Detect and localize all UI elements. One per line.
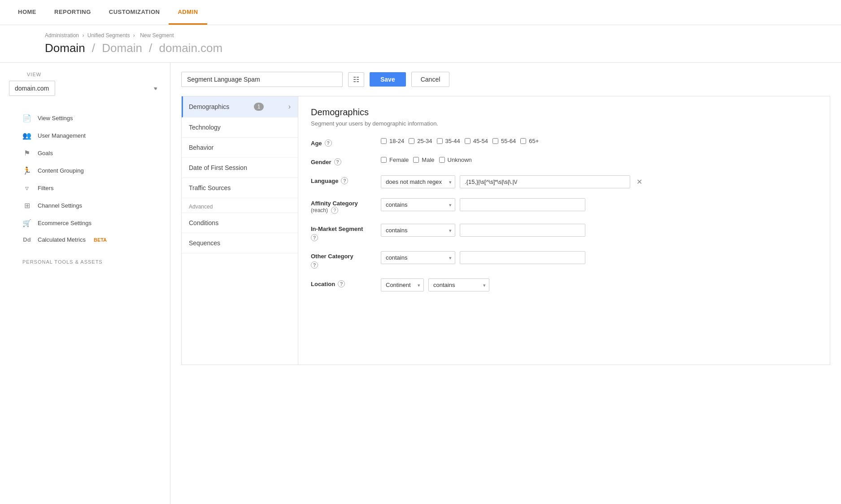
category-date-of-first-session[interactable]: Date of First Session bbox=[182, 158, 298, 178]
other-category-value-input[interactable] bbox=[460, 251, 585, 264]
sidebar-item-channel-settings[interactable]: ⊞ Channel Settings bbox=[0, 197, 170, 214]
age-65plus-checkbox-group[interactable]: 65+ bbox=[520, 138, 539, 144]
location-row: Location ? Continent Country Region City bbox=[311, 278, 817, 291]
breadcrumb-sep2: › bbox=[133, 32, 136, 39]
nav-reporting[interactable]: REPORTING bbox=[45, 0, 100, 25]
age-35-44-checkbox-group[interactable]: 35-44 bbox=[437, 138, 460, 144]
other-category-row: Other Category ? contains does not conta… bbox=[311, 251, 817, 269]
category-traffic-sources[interactable]: Traffic Sources bbox=[182, 178, 298, 198]
category-label: Traffic Sources bbox=[189, 184, 231, 191]
category-sequences[interactable]: Sequences bbox=[182, 233, 298, 253]
language-clear-button[interactable]: ✕ bbox=[635, 178, 644, 186]
affinity-label: Affinity Category (reach) ? bbox=[311, 198, 374, 214]
affinity-help-icon[interactable]: ? bbox=[331, 207, 338, 214]
page-title: Domain / Domain / domain.com bbox=[45, 41, 830, 62]
age-35-44-checkbox[interactable] bbox=[437, 138, 443, 144]
age-help-icon[interactable]: ? bbox=[325, 139, 332, 147]
gender-controls: Female Male Unknown bbox=[381, 156, 472, 163]
save-button[interactable]: Save bbox=[370, 72, 406, 87]
inmarket-help-icon[interactable]: ? bbox=[311, 234, 318, 241]
calculated-metrics-icon: Dd bbox=[22, 236, 31, 243]
sidebar-item-label: Filters bbox=[38, 185, 53, 191]
other-category-controls: contains does not contain matches regex … bbox=[381, 251, 585, 264]
age-55-64-checkbox[interactable] bbox=[492, 138, 498, 144]
sidebar-item-label: Calculated Metrics bbox=[38, 236, 86, 243]
breadcrumb-unified-segments[interactable]: Unified Segments bbox=[87, 32, 130, 39]
age-18-24-checkbox-group[interactable]: 18-24 bbox=[381, 138, 404, 144]
location-help-icon[interactable]: ? bbox=[338, 280, 345, 287]
inmarket-label: In-Market Segment ? bbox=[311, 224, 374, 241]
sidebar-item-view-settings[interactable]: 📄 View Settings bbox=[0, 109, 170, 127]
category-behavior[interactable]: Behavior bbox=[182, 138, 298, 158]
breadcrumb-admin[interactable]: Administration bbox=[45, 32, 79, 39]
gender-unknown-checkbox-group[interactable]: Unknown bbox=[439, 156, 472, 163]
age-25-34-checkbox-group[interactable]: 25-34 bbox=[409, 138, 432, 144]
category-technology[interactable]: Technology bbox=[182, 117, 298, 138]
age-45-54-checkbox[interactable] bbox=[465, 138, 471, 144]
age-25-34-checkbox[interactable] bbox=[409, 138, 414, 144]
affinity-value-input[interactable] bbox=[460, 198, 585, 211]
gender-male-checkbox-group[interactable]: Male bbox=[413, 156, 434, 163]
gender-male-checkbox[interactable] bbox=[413, 157, 419, 163]
view-selector[interactable]: domain.com bbox=[9, 81, 55, 96]
channel-icon: ⊞ bbox=[22, 201, 31, 210]
location-geo-type-select[interactable]: Continent Country Region City bbox=[381, 278, 424, 291]
inmarket-value-input[interactable] bbox=[460, 224, 585, 237]
details-title: Demographics bbox=[311, 107, 817, 117]
page-title-subdomain: Domain bbox=[102, 41, 142, 55]
sidebar-item-goals[interactable]: ⚑ Goals bbox=[0, 144, 170, 162]
cancel-button[interactable]: Cancel bbox=[411, 72, 450, 87]
age-row: Age ? 18-24 25-34 bbox=[311, 138, 817, 147]
segment-icon-button[interactable]: ☷ bbox=[348, 72, 364, 87]
category-label: Demographics bbox=[189, 103, 229, 110]
sidebar-item-ecommerce-settings[interactable]: 🛒 Ecommerce Settings bbox=[0, 214, 170, 232]
other-category-help-icon[interactable]: ? bbox=[311, 261, 318, 269]
category-label: Behavior bbox=[189, 144, 214, 151]
language-help-icon[interactable]: ? bbox=[341, 177, 348, 184]
gender-help-icon[interactable]: ? bbox=[334, 158, 341, 165]
nav-admin[interactable]: ADMIN bbox=[169, 0, 207, 25]
cart-icon: 🛒 bbox=[22, 219, 31, 227]
age-45-54-checkbox-group[interactable]: 45-54 bbox=[465, 138, 488, 144]
nav-customization[interactable]: CUSTOMIZATION bbox=[100, 0, 169, 25]
breadcrumb-area: Administration › Unified Segments › New … bbox=[0, 25, 841, 62]
category-demographics[interactable]: Demographics 1 › bbox=[182, 96, 298, 117]
sidebar-item-filters[interactable]: ▿ Filters bbox=[0, 179, 170, 197]
view-label: VIEW bbox=[0, 72, 170, 81]
sidebar-item-content-grouping[interactable]: 🏃 Content Grouping bbox=[0, 162, 170, 179]
age-18-24-checkbox[interactable] bbox=[381, 138, 387, 144]
sidebar-item-calculated-metrics[interactable]: Dd Calculated Metrics BETA bbox=[0, 232, 170, 248]
gender-unknown-checkbox[interactable] bbox=[439, 157, 445, 163]
main-layout: VIEW ← domain.com ▾ 📄 View Settings 👥 Us… bbox=[0, 62, 841, 504]
category-conditions[interactable]: Conditions bbox=[182, 213, 298, 233]
category-badge: 1 bbox=[254, 103, 264, 111]
details-subtitle: Segment your users by demographic inform… bbox=[311, 120, 817, 127]
nav-home[interactable]: HOME bbox=[9, 0, 45, 25]
age-controls: 18-24 25-34 35-44 45-54 bbox=[381, 138, 539, 144]
two-panel-container: Demographics 1 › Technology Behavior Dat… bbox=[181, 96, 830, 365]
sidebar-item-label: Ecommerce Settings bbox=[38, 220, 92, 226]
segment-name-input[interactable] bbox=[181, 72, 343, 87]
sidebar-item-user-management[interactable]: 👥 User Management bbox=[0, 127, 170, 144]
inmarket-operator-select[interactable]: contains does not contain matches regex … bbox=[381, 224, 455, 237]
gender-row: Gender ? Female Male bbox=[311, 156, 817, 165]
age-55-64-checkbox-group[interactable]: 55-64 bbox=[492, 138, 516, 144]
other-category-operator-wrapper: contains does not contain matches regex … bbox=[381, 251, 455, 264]
gender-female-checkbox[interactable] bbox=[381, 157, 387, 163]
category-arrow-icon: › bbox=[288, 103, 291, 111]
age-65plus-checkbox[interactable] bbox=[520, 138, 526, 144]
view-select-chevron-icon: ▾ bbox=[154, 85, 157, 91]
location-operator-select[interactable]: contains does not contain bbox=[428, 278, 489, 291]
page-title-domain: Domain bbox=[45, 41, 85, 55]
language-label: Language ? bbox=[311, 175, 374, 184]
language-value-input[interactable] bbox=[460, 175, 630, 188]
affinity-row: Affinity Category (reach) ? contains doe… bbox=[311, 198, 817, 214]
location-controls: Continent Country Region City contains d… bbox=[381, 278, 489, 291]
gender-female-checkbox-group[interactable]: Female bbox=[381, 156, 409, 163]
inmarket-controls: contains does not contain matches regex … bbox=[381, 224, 585, 237]
language-operator-select[interactable]: contains does not contain matches regex … bbox=[381, 175, 455, 188]
affinity-operator-select[interactable]: contains does not contain matches regex … bbox=[381, 198, 455, 211]
breadcrumb-new-segment: New Segment bbox=[140, 32, 174, 39]
other-category-operator-select[interactable]: contains does not contain matches regex … bbox=[381, 251, 455, 264]
breadcrumb: Administration › Unified Segments › New … bbox=[45, 32, 830, 39]
